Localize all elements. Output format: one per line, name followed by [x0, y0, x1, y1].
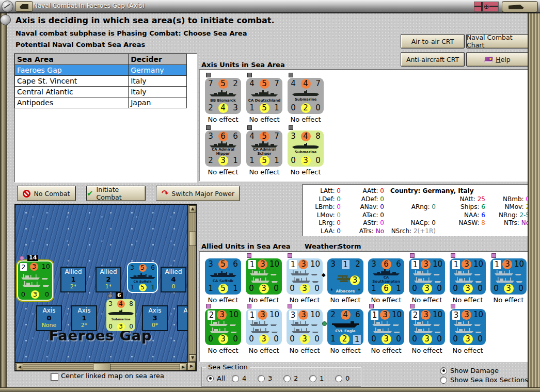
warship-silhouette	[206, 89, 240, 97]
counter-value: 3	[208, 132, 214, 141]
horizontal-scroll-thumb[interactable]	[93, 364, 110, 371]
unit-counter-convoy[interactable]: 1310030	[368, 309, 404, 345]
counter-value: 6	[232, 132, 239, 141]
unit-counter-albacore[interactable]: ◆3123*Albacore*	[327, 258, 363, 295]
unit-counter-convoy[interactable]: 1310030	[409, 258, 445, 295]
column-header-sea-area[interactable]: Sea Area	[15, 54, 129, 65]
map-box-axis-3[interactable]: Axis30*	[142, 305, 168, 331]
counter-value: 2	[208, 103, 214, 113]
sea-area-cell[interactable]: Cape St. Vincent	[15, 76, 129, 87]
initiate-combat-button[interactable]: ✔ Initiate Combat	[86, 186, 146, 201]
no-combat-button[interactable]: No Combat	[17, 186, 76, 201]
unit-counter-ca-admiral-hipper[interactable]: 366CA Admiral Hipper231	[205, 130, 241, 167]
center-map-checkbox-label[interactable]: Center linked map on sea area	[61, 372, 164, 380]
radio-sea-section-all[interactable]: All	[207, 374, 225, 382]
counter-value: 10	[269, 259, 279, 269]
unit-counter-submarine[interactable]: 447Submarine020	[288, 78, 324, 114]
scroll-right-button[interactable]: ▶	[180, 364, 187, 371]
sea-area-cell[interactable]: Central Atlantic	[15, 87, 129, 97]
sea-area-row-cape-st-vincent[interactable]: Cape St. VincentItaly	[15, 76, 187, 87]
help-button[interactable]: Help	[466, 52, 529, 67]
window-menu-button[interactable]	[15, 1, 33, 12]
titlebar-corner-button[interactable]	[502, 1, 538, 12]
radio-icon[interactable]	[232, 375, 239, 382]
center-map-checkbox[interactable]	[51, 373, 58, 381]
unit-counter-submarine[interactable]: 348Submarine030	[288, 130, 324, 167]
counter-value: 7	[274, 132, 280, 141]
unit-counter-convoy[interactable]: 3310030	[450, 309, 486, 345]
unit-counter-ca-deutschland[interactable]: 457CA Deutschland151	[246, 78, 282, 114]
unit-counter-submarine[interactable]: 6348Submarine030	[106, 299, 135, 331]
counter-value: 0	[290, 156, 296, 166]
unit-counter-cvl-eagle[interactable]: 246CVL Eagle121	[327, 309, 363, 345]
sea-area-row-antipodes[interactable]: AntipodesJapan	[15, 97, 187, 108]
axis-units-panel: 752BB Bismarck243No effect457CA Deutschl…	[199, 69, 529, 182]
radio-sea-section-0[interactable]: 0	[335, 374, 350, 382]
naval-combat-chart-button[interactable]: Naval Combat Chart	[466, 34, 529, 48]
radio-icon[interactable]	[258, 375, 265, 382]
switch-major-power-button[interactable]: ↷ Switch Major Power	[156, 186, 240, 201]
radio-icon[interactable]	[283, 375, 291, 382]
unit-counter-ca-suffolk[interactable]: 356CA Suffolk151	[205, 258, 241, 295]
unit-counter-ca-suffolk[interactable]: 356CA Suffolk151	[128, 263, 157, 292]
map-box-allied-2[interactable]: Allied21*	[96, 267, 121, 292]
counter-value: 3	[462, 310, 471, 320]
scroll-up-button[interactable]: ▲	[189, 205, 196, 213]
map-horizontal-scrollbar[interactable]: ◀ ▶	[15, 362, 187, 370]
decider-cell[interactable]: Japan	[129, 97, 187, 108]
unit-counter-convoy[interactable]: 1310030	[246, 258, 282, 295]
stack-marker	[247, 253, 251, 258]
map-box-allied-1[interactable]: Allied12*	[60, 267, 86, 292]
sea-area-cell[interactable]: Faeroes Gap	[15, 65, 129, 76]
unit-counter-convoy[interactable]: 142310030	[18, 262, 52, 300]
radio-show-sea-box-sections[interactable]: Show Sea Box Sections	[440, 376, 528, 384]
unit-counter-convoy[interactable]: 2310030	[409, 309, 445, 345]
map-box-axis-0[interactable]: Axis0None	[36, 305, 62, 331]
scrollbar-corner-button[interactable]: ▶	[187, 362, 196, 370]
radio-icon[interactable]	[207, 375, 214, 382]
radio-icon[interactable]	[309, 375, 316, 382]
map-box-axis-1[interactable]: Axis12*	[71, 305, 97, 331]
unit-counter-convoy[interactable]: 1310030	[450, 258, 486, 295]
unit-counter-convoy[interactable]: 1310030	[287, 258, 323, 295]
radio-sea-section-4[interactable]: 4	[232, 374, 246, 382]
unit-counter-ca-southampton[interactable]: 366CA Southampton161	[368, 258, 404, 295]
scroll-down-button[interactable]: ▼	[189, 354, 196, 362]
radio-show-damage[interactable]: Show Damage	[440, 367, 499, 374]
scroll-left-button[interactable]: ◀	[16, 364, 23, 371]
unit-counter-convoy[interactable]: 3310030	[287, 309, 323, 345]
warship-silhouette	[206, 141, 240, 148]
counter-value: 3	[421, 259, 431, 269]
counter-value: 3	[117, 323, 125, 331]
decider-cell[interactable]: Germany	[129, 65, 187, 76]
radio-icon[interactable]	[440, 377, 447, 384]
column-header-decider[interactable]: Decider	[129, 54, 187, 65]
vertical-scroll-thumb[interactable]	[189, 232, 196, 246]
map-vertical-scrollbar[interactable]: ▲ ▼	[187, 205, 196, 362]
radio-sea-section-2[interactable]: 2	[283, 374, 298, 382]
decider-cell[interactable]: Italy	[129, 87, 187, 97]
map-box-number: 0	[37, 315, 61, 322]
sea-area-row-central-atlantic[interactable]: Central AtlanticItaly	[15, 87, 187, 97]
stat-value: 0	[380, 195, 384, 203]
stack-marker	[288, 304, 292, 308]
unit-counter-convoy[interactable]: 1310030	[246, 309, 282, 345]
radio-icon[interactable]	[440, 367, 447, 374]
unit-counter-convoy[interactable]: 1310030	[490, 258, 527, 295]
unit-counter-convoy[interactable]: 2310030	[205, 309, 241, 345]
sea-area-cell[interactable]: Antipodes	[15, 97, 129, 108]
sea-area-map[interactable]: Faeroes Gap ▲ ▼ ◀ ▶ ▶ Allied12*Allied21*…	[14, 204, 197, 371]
air-to-air-crt-button[interactable]: Air-to-air CRT	[401, 34, 465, 48]
radio-icon[interactable]	[335, 375, 342, 382]
radio-sea-section-3[interactable]: 3	[258, 374, 272, 382]
radio-sea-section-1[interactable]: 1	[309, 374, 324, 382]
unit-counter-bb-bismarck[interactable]: 752BB Bismarck243	[205, 78, 241, 114]
unit-counter-ca-admiral-scheer[interactable]: 457CA Admiral Scheer151	[246, 130, 282, 167]
counter-value: 3	[298, 259, 308, 269]
anti-aircraft-crt-button[interactable]: Anti-aircraft CRT	[401, 52, 465, 67]
map-box-allied-4[interactable]: Allied40	[161, 267, 186, 292]
counter-value: 5	[218, 79, 228, 89]
decider-cell[interactable]: Italy	[129, 76, 187, 87]
sea-area-table: Sea Area Decider Faeroes GapGermanyCape …	[14, 54, 187, 108]
sea-area-row-faeroes-gap[interactable]: Faeroes GapGermany	[15, 65, 187, 76]
